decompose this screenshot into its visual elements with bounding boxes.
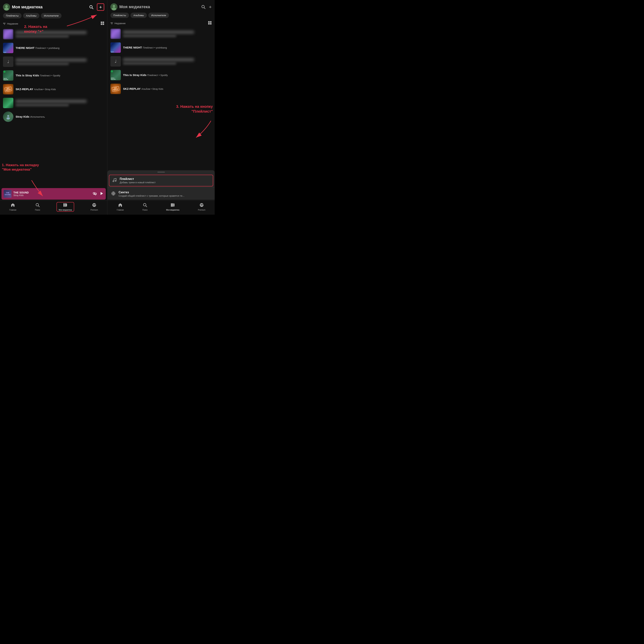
svg-point-12 (7, 115, 9, 117)
svg-rect-23 (64, 203, 64, 207)
left-filter-tabs: Плейлисты Альбомы Исполнители (0, 13, 107, 21)
item-thumb: ♩ (3, 57, 13, 67)
right-sort-label[interactable]: Недавние (110, 22, 126, 25)
item-thumb (3, 112, 13, 122)
svg-point-40 (113, 181, 114, 182)
now-playing-bar[interactable]: THESOUND THE SOUND Stray Kids (1, 188, 106, 200)
right-add-button[interactable]: + (209, 4, 212, 10)
svg-rect-36 (208, 21, 210, 23)
annotation-3-arrow (177, 119, 215, 141)
item-sub: Альбом • Stray Kids (141, 88, 163, 90)
list-item[interactable]: sound THERE NIGHT Плейлист • yoshibang (1, 41, 106, 55)
sheet-item-title: Плейлист (120, 177, 156, 181)
avatar[interactable] (3, 4, 10, 11)
sort-value: Недавние (7, 22, 18, 25)
tab-playlists[interactable]: Плейлисты (3, 13, 22, 18)
svg-point-29 (113, 5, 115, 7)
right-nav-library[interactable]: Моя медиатека (164, 202, 182, 212)
list-item[interactable] (109, 27, 213, 41)
divider (107, 187, 215, 187)
list-item[interactable]: ♩ (109, 55, 213, 68)
nav-premium[interactable]: Premium (88, 202, 100, 212)
right-nav-premium-label: Premium (198, 209, 205, 211)
list-item[interactable]: SKZREPLAY SKZ-REPLAY Альбом • Stray Kids (109, 82, 213, 96)
left-panel: Моя медиатека + Плейлисты Альбомы Исполн… (0, 0, 107, 215)
right-avatar[interactable] (110, 3, 117, 10)
tab-artists[interactable]: Исполнители (41, 13, 62, 18)
right-header-actions: + (201, 4, 212, 10)
item-sub: Плейлист • Spotify (147, 74, 168, 77)
item-sub: Плейлист • yoshibang (35, 47, 59, 49)
left-sort-bar: Недавние (0, 21, 107, 28)
right-spotify-icon (199, 203, 204, 208)
list-item[interactable]: Stray Kids Исполнитель (1, 110, 106, 123)
right-nav-premium[interactable]: Premium (196, 202, 208, 212)
list-item[interactable] (1, 28, 106, 41)
list-item[interactable]: sound THERE NIGHT Плейлист • yoshibang (109, 41, 213, 54)
item-thumb: sound (110, 42, 121, 53)
nav-library[interactable]: Моя медиатека (57, 202, 74, 212)
list-item[interactable]: ♩ (1, 55, 106, 68)
blend-icon (111, 191, 116, 197)
svg-rect-37 (210, 21, 212, 23)
list-item[interactable]: ● THIS ISStray Kids This Is Stray Kids П… (109, 68, 213, 82)
item-name: This Is Stray Kids (16, 74, 39, 77)
item-name: This Is Stray Kids (123, 73, 146, 77)
item-sub: Исполнитель (30, 115, 45, 118)
list-item[interactable]: ● THIS ISStray Kids This Is Stray Kids П… (1, 69, 106, 82)
list-item[interactable]: SKZREPLAY SKZ-REPLAY Альбом • Stray Kids (1, 83, 106, 96)
sheet-item-blend[interactable]: Синтез Создай общий плейлист с треками, … (107, 188, 215, 200)
svg-rect-9 (103, 22, 104, 23)
add-button[interactable]: + (97, 3, 104, 11)
bottom-sheet: Плейлист Добавь треки в новый плейлист С… (107, 170, 215, 200)
item-thumb: SKZREPLAY (3, 84, 13, 94)
tab-albums[interactable]: Альбомы (23, 13, 39, 18)
right-library-icon (170, 203, 175, 208)
sheet-item-blend-sub: Создай общий плейлист с треками, которые… (119, 194, 184, 197)
item-thumb (3, 29, 13, 39)
right-tab-artists[interactable]: Исполнители (148, 13, 169, 18)
right-home-icon (118, 203, 122, 208)
home-icon (11, 203, 15, 208)
left-header-title: Моя медиатека (12, 5, 87, 9)
grid-view-icon[interactable] (101, 21, 104, 26)
svg-rect-24 (65, 203, 66, 207)
right-grid-view-icon[interactable] (208, 21, 212, 26)
svg-point-1 (5, 5, 8, 8)
sheet-item-playlist[interactable]: Плейлист Добавь треки в новый плейлист (109, 175, 213, 186)
music-note-icon (112, 178, 117, 183)
list-item[interactable] (1, 96, 106, 110)
spotify-icon (92, 203, 96, 208)
nav-search[interactable]: Поиск (33, 202, 42, 212)
right-header: Моя медиатека + (107, 0, 215, 13)
item-name: Stray Kids (16, 115, 29, 118)
right-tab-albums[interactable]: Альбомы (130, 13, 147, 18)
right-nav-home[interactable]: Главная (114, 202, 126, 212)
left-bottom-nav: Главная Поиск (0, 200, 107, 215)
svg-rect-38 (208, 23, 210, 25)
right-nav-search[interactable]: Поиск (140, 202, 150, 212)
connect-device-button[interactable] (93, 191, 97, 196)
item-name: SKZ-REPLAY (16, 88, 33, 91)
right-filter-tabs: Плейлисты Альбомы Исполнители (107, 13, 215, 20)
svg-point-30 (112, 7, 116, 10)
svg-rect-46 (171, 203, 172, 207)
item-name: SKZ-REPLAY (123, 87, 141, 90)
play-button[interactable] (99, 191, 104, 196)
search-button[interactable] (89, 5, 93, 9)
left-header-actions: + (89, 3, 104, 11)
item-sub: Плейлист • yoshibang (143, 46, 167, 49)
annotation-3: 3. Нажать на кнопку"Плейлист" (166, 104, 213, 114)
right-panel: Моя медиатека + Плейлисты Альбомы Исполн… (107, 0, 215, 215)
right-tab-playlists[interactable]: Плейлисты (110, 13, 129, 18)
right-nav-library-label: Моя медиатека (166, 209, 179, 211)
sort-label[interactable]: Недавние (3, 22, 18, 25)
library-icon (63, 203, 67, 208)
right-search-button[interactable] (201, 5, 206, 9)
nav-home[interactable]: Главная (7, 202, 19, 212)
svg-marker-20 (101, 192, 103, 195)
right-library-list: sound THERE NIGHT Плейлист • yoshibang ♩ (107, 27, 215, 101)
item-thumb: ● THIS ISStray Kids (3, 70, 13, 81)
item-thumb (110, 29, 121, 39)
svg-point-41 (115, 180, 116, 181)
